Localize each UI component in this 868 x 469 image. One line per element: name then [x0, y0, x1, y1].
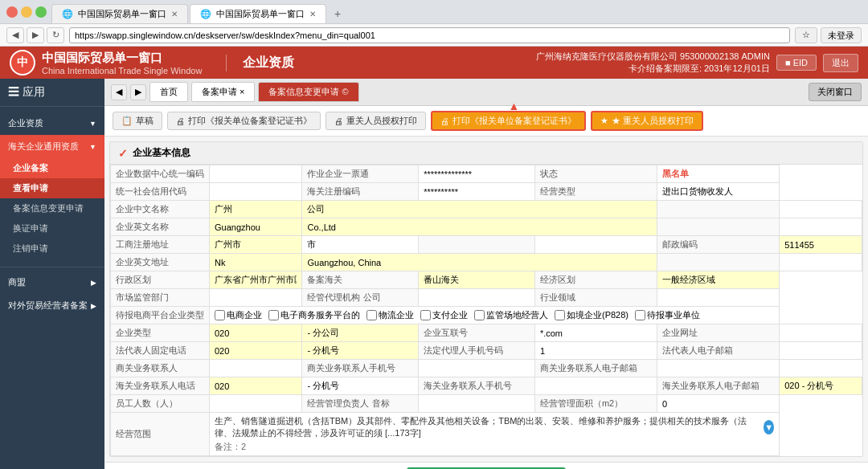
reg-addr-input-1[interactable]	[215, 240, 297, 250]
checkbox-payment-input[interactable]	[420, 310, 431, 320]
credit-code-input[interactable]	[215, 187, 297, 197]
print-cert-btn-1[interactable]: 🖨 打印《报关单位备案登记证书》	[167, 112, 321, 130]
new-tab-btn[interactable]: +	[328, 4, 347, 23]
field-value[interactable]	[419, 289, 535, 307]
field-value[interactable]	[419, 395, 535, 413]
sidebar-item-customs-general[interactable]: 海关企业通用资质 ▼	[0, 135, 104, 158]
customs-filing-input[interactable]	[424, 275, 530, 285]
field-value[interactable]	[780, 254, 862, 271]
field-value[interactable]	[210, 395, 302, 413]
sidebar-item-enterprise-filing[interactable]: 企业备案	[0, 158, 104, 178]
field-value[interactable]	[210, 254, 302, 271]
auth-print-btn[interactable]: 🖨 重关人员授权打印	[326, 112, 426, 130]
tab-home[interactable]: 首页	[149, 82, 188, 102]
mgmt-area-input[interactable]	[662, 399, 774, 409]
checkbox-institution-input[interactable]	[635, 310, 645, 320]
browser-tab-1[interactable]: 🌐 中国国际贸易单一窗口 ✕	[51, 4, 188, 23]
maximize-window-btn[interactable]	[35, 6, 47, 18]
sidebar-item-cancel-apply[interactable]: 注销申请	[0, 239, 104, 259]
mgmt-head-input[interactable]	[424, 399, 530, 409]
customs-contact-input[interactable]	[215, 364, 297, 373]
checkbox-logistics-input[interactable]	[366, 310, 377, 320]
field-value[interactable]	[210, 183, 302, 201]
sidebar-item-view-application[interactable]: 查看申请 ←	[0, 178, 104, 198]
enterprise-type-code-input[interactable]	[215, 328, 247, 338]
checkbox-ecommerce-platform[interactable]: 电子商务服务平台的	[268, 309, 360, 321]
field-value[interactable]	[210, 165, 302, 183]
checkbox-supervision-input[interactable]	[474, 310, 485, 320]
field-value-cn-name2[interactable]	[302, 201, 657, 218]
field-value[interactable]	[534, 236, 657, 254]
refresh-btn[interactable]: ↻	[47, 27, 64, 43]
field-value[interactable]	[780, 324, 862, 342]
customs-contact-mobile-input[interactable]	[424, 364, 530, 373]
tab-filing-change-apply[interactable]: 备案信息变更申请 ©	[258, 82, 358, 102]
legal-phone-area-input[interactable]	[215, 346, 247, 356]
checkbox-foreign[interactable]: 如境企业(P828)	[555, 309, 628, 321]
admin-district-input[interactable]	[215, 275, 297, 285]
field-value[interactable]	[780, 201, 862, 218]
sidebar-item-foreign-trade[interactable]: 对外贸易经营者备案 ▶	[0, 294, 104, 317]
forward-btn[interactable]: ▶	[27, 27, 44, 43]
close-window-btn[interactable]	[6, 6, 18, 18]
field-value[interactable]	[534, 324, 657, 342]
field-value[interactable]	[210, 271, 302, 289]
customs-phone-area-input[interactable]	[215, 381, 247, 391]
industry-input[interactable]	[662, 293, 774, 303]
enterprise-code-input[interactable]	[215, 169, 297, 179]
customs-mobile-input[interactable]	[540, 381, 652, 391]
field-value[interactable]	[210, 289, 302, 307]
legal-email-input[interactable]	[784, 346, 857, 356]
employee-count-input[interactable]	[215, 399, 297, 409]
field-value[interactable]	[780, 218, 862, 236]
field-value[interactable]	[302, 218, 657, 236]
checkbox-institution[interactable]: 待报事业单位	[635, 309, 700, 321]
field-value[interactable]	[210, 377, 302, 395]
field-value[interactable]	[302, 236, 419, 254]
browser-tab-2[interactable]: 🌐 中国国际贸易单一窗口 ✕	[190, 4, 326, 23]
tab-prev-btn[interactable]: ◀	[111, 84, 127, 100]
eid-btn[interactable]: ■ EID	[776, 55, 817, 71]
checkbox-payment[interactable]: 支付企业	[420, 309, 468, 321]
enterprise-internet-input[interactable]	[540, 328, 652, 338]
checkbox-supervision[interactable]: 监管场地经营人	[474, 309, 548, 321]
close-window-btn[interactable]: 关闭窗口	[809, 83, 862, 101]
field-value[interactable]: 生产、销售隧道掘进机（含括TBM）及其部件、零配件及其他相关设备；TBM的出装、…	[210, 413, 780, 456]
zip-code-input[interactable]	[784, 240, 857, 250]
enterprise-website-input[interactable]	[784, 328, 857, 338]
field-value[interactable]	[210, 342, 302, 360]
sidebar-item-enterprise-quality[interactable]: 企业资质 ▼	[0, 112, 104, 135]
customs-contact-email-input[interactable]	[662, 364, 774, 373]
tab-close-2[interactable]: ✕	[309, 10, 316, 18]
field-value[interactable]	[210, 218, 302, 236]
en-addr-input-2[interactable]	[307, 258, 652, 267]
cn-name-input-1[interactable]	[215, 205, 297, 214]
field-value[interactable]	[780, 342, 862, 360]
tab-close-1[interactable]: ✕	[171, 10, 178, 18]
sidebar-item-commerce[interactable]: 商盟 ▶	[0, 271, 104, 294]
field-value[interactable]	[657, 395, 780, 413]
cn-name-input-2[interactable]	[307, 205, 652, 214]
sidebar-item-cert-replace[interactable]: 换证申请	[0, 218, 104, 239]
field-value[interactable]	[534, 342, 657, 360]
draft-btn[interactable]: 📋 草稿	[113, 112, 162, 130]
mgmt-agency-input[interactable]	[424, 293, 530, 303]
field-value[interactable]	[780, 236, 862, 254]
field-value[interactable]	[302, 377, 419, 395]
login-btn[interactable]: 未登录	[821, 27, 862, 43]
en-name-input-1[interactable]	[215, 222, 297, 232]
economic-zone-input[interactable]	[662, 275, 774, 285]
tab-filing-apply[interactable]: 备案申请 ×	[191, 82, 255, 102]
back-btn[interactable]: ◀	[6, 27, 24, 43]
legal-phone-ext-input[interactable]	[307, 346, 413, 356]
url-input[interactable]	[69, 27, 790, 43]
field-value[interactable]	[302, 254, 657, 271]
field-value[interactable]	[210, 360, 302, 377]
customs-phone-ext-input[interactable]	[307, 381, 413, 391]
logout-btn[interactable]: 退出	[823, 54, 858, 72]
checkbox-logistics[interactable]: 物流企业	[366, 309, 414, 321]
legal-mobile-input[interactable]	[540, 346, 652, 356]
field-input[interactable]	[784, 222, 857, 232]
star-btn[interactable]: ☆	[795, 27, 817, 43]
field-value[interactable]	[780, 377, 862, 395]
